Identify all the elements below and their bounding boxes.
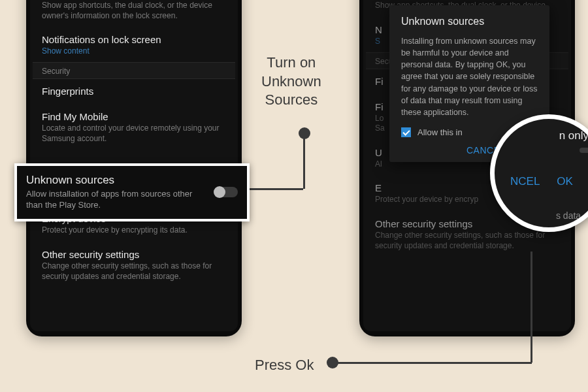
annotation-turn-on: Turn on Unknown Sources [261, 54, 321, 110]
setting-sub: Protect your device by encrypting its da… [42, 225, 226, 236]
connector-line [531, 252, 532, 363]
dialog-check-label: Allow this in [417, 127, 463, 137]
setting-sub: Locate and control your device remotely … [42, 123, 226, 144]
magnifier-cancel[interactable]: NCEL [510, 175, 540, 188]
connector-line [303, 137, 305, 189]
setting-title: Notifications on lock screen [42, 34, 226, 45]
dialog-body: Installing from unknown sources may be h… [401, 35, 538, 118]
magnifier-data-text: s data. [556, 210, 583, 221]
callout-title: Unknown sources [26, 174, 208, 187]
unknown-sources-toggle[interactable] [214, 187, 238, 197]
magnifier-content: n only NCEL OK s data. [495, 119, 588, 227]
setting-sub: Show app shortcuts, the dual clock, or t… [42, 1, 226, 21]
annotation-press-ok: Press Ok [255, 357, 314, 374]
setting-info-shortcuts[interactable]: Info and app shortcuts Show app shortcut… [33, 0, 235, 27]
toggle-knob [214, 186, 225, 198]
magnifier-ok[interactable]: OK [557, 175, 573, 188]
section-header-security: Security [33, 62, 235, 79]
setting-sub: Change other security settings, such as … [375, 231, 559, 251]
connector-line [248, 188, 303, 190]
setting-fingerprints[interactable]: Fingerprints [33, 79, 235, 105]
callout-unknown-sources: Unknown sources Allow installation of ap… [14, 163, 250, 221]
setting-find-my-mobile[interactable]: Find My Mobile Locate and control your d… [33, 105, 235, 150]
magnifier-only-text: n only [559, 129, 588, 142]
magnifier-actions: NCEL OK [510, 175, 573, 188]
setting-sub: Change other security settings, such as … [42, 261, 226, 282]
setting-link: Show content [42, 46, 226, 56]
setting-title: Find My Mobile [42, 111, 226, 122]
setting-title: Fingerprints [42, 86, 226, 97]
magnifier-toggle-track [580, 148, 588, 153]
checkbox-icon[interactable] [401, 127, 411, 137]
setting-notifications-lock[interactable]: Notifications on lock screen Show conten… [33, 27, 235, 62]
callout-sub: Allow installation of apps from sources … [26, 189, 208, 211]
dialog-title: Unknown sources [401, 16, 538, 27]
setting-title: Other security settings [42, 249, 226, 260]
setting-other-security[interactable]: Other security settings Change other sec… [33, 242, 235, 288]
connector-line [336, 362, 532, 364]
callout-text: Unknown sources Allow installation of ap… [26, 174, 208, 211]
